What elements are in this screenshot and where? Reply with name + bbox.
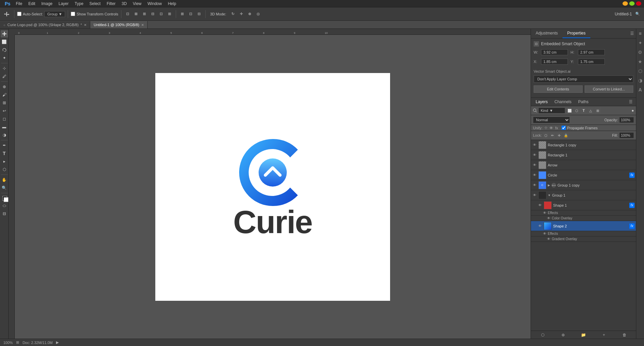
crop-tool[interactable]: ⊹: [1, 65, 8, 72]
group1-expand-icon[interactable]: ▼: [548, 194, 551, 197]
eyedropper-tool[interactable]: 🖉: [1, 73, 8, 80]
eye-coloroverlay-icon[interactable]: 👁: [547, 216, 550, 220]
close-tab-curie[interactable]: ✕: [84, 23, 87, 27]
window-close[interactable]: [636, 1, 641, 6]
layers-menu-icon[interactable]: ☰: [629, 99, 633, 104]
menu-type[interactable]: Type: [72, 1, 86, 7]
layer-vis-shape1[interactable]: 👁: [538, 203, 542, 208]
layer-item-rect1[interactable]: 👁 Rectangle 1: [531, 150, 636, 160]
panel-menu-icon[interactable]: ☰: [630, 31, 634, 36]
show-transform-checkbox[interactable]: [71, 12, 75, 16]
3d-zoom[interactable]: ⊕: [246, 11, 253, 17]
unify-style-icon[interactable]: fx: [555, 126, 558, 130]
zoom-tool[interactable]: 🔍: [1, 184, 8, 192]
filter-adjustment-icon[interactable]: ⬡: [574, 108, 580, 114]
lock-all-icon[interactable]: 🔒: [563, 133, 569, 138]
3d-pan[interactable]: ✛: [238, 11, 245, 17]
align-left[interactable]: ⊡: [124, 11, 131, 17]
tab-channels[interactable]: Channels: [551, 98, 575, 106]
menu-edit[interactable]: Edit: [25, 1, 38, 7]
align-center-h[interactable]: ⊡: [158, 11, 165, 17]
gradient-overlay-item[interactable]: 👁 Gradient Overlay: [531, 236, 636, 242]
dodge-tool[interactable]: ◑: [1, 131, 8, 139]
tab-paths[interactable]: Paths: [575, 98, 592, 106]
window-maximize[interactable]: [629, 1, 635, 6]
eye-effects2-icon[interactable]: 👁: [543, 232, 546, 235]
edit-contents-btn[interactable]: Edit Contents: [534, 85, 583, 93]
hand-tool[interactable]: ✋: [1, 176, 8, 184]
delete-layer-btn[interactable]: 🗑: [622, 332, 628, 338]
layer-vis-group1[interactable]: 👁: [532, 193, 537, 198]
menu-help[interactable]: Help: [165, 1, 179, 7]
tab-curie-logo[interactable]: ⟐ Curie Logo.psd @ 100% (SHape 2, RGB/8)…: [0, 21, 90, 28]
history-brush-tool[interactable]: ↩: [1, 107, 8, 115]
zoom-fit-icon[interactable]: ⊞: [16, 340, 19, 345]
clone-stamp-tool[interactable]: ⊞: [1, 99, 8, 107]
group1copy-expand-icon[interactable]: ▶: [548, 184, 550, 187]
layer-vis-shape2[interactable]: 👁: [538, 224, 542, 228]
close-tab-untitled[interactable]: ✕: [141, 23, 144, 27]
color-overlay-item[interactable]: 👁 Color Overlay: [531, 216, 636, 221]
menu-layer[interactable]: Layer: [56, 1, 71, 7]
menu-file[interactable]: File: [13, 1, 25, 7]
menu-view[interactable]: View: [130, 1, 144, 7]
move-tool-icon[interactable]: [1, 30, 8, 38]
lock-position-icon[interactable]: ✛: [556, 133, 562, 138]
layer-vis-circle[interactable]: 👁: [532, 173, 537, 178]
layer-item-shape1[interactable]: 👁 Shape 1 fx: [531, 200, 636, 210]
layer-item-shape2[interactable]: 👁 Shape 2 fx: [531, 221, 636, 231]
magic-wand-tool[interactable]: ✦: [1, 54, 8, 62]
width-field[interactable]: 3.92 cm: [541, 49, 568, 55]
menu-filter[interactable]: Filter: [104, 1, 118, 7]
filter-shape-icon[interactable]: △: [588, 108, 594, 114]
shape2-fx-icon[interactable]: fx: [629, 223, 635, 229]
quick-mask-tool[interactable]: ⬭: [1, 202, 8, 209]
layer-comp-select[interactable]: Don't Apply Layer Comp: [534, 75, 633, 83]
eye-gradientoverlay-icon[interactable]: 👁: [547, 237, 550, 241]
rectangle-marquee-tool[interactable]: ⬜: [1, 38, 8, 46]
fill-value[interactable]: 100%: [619, 132, 634, 138]
filter-pixel-icon[interactable]: ⬜: [567, 108, 573, 114]
lasso-tool[interactable]: [1, 46, 8, 54]
tab-layers[interactable]: Layers: [532, 98, 551, 106]
align-top[interactable]: ⊟: [149, 11, 156, 17]
layer-vis-rect1copy[interactable]: 👁: [532, 143, 537, 147]
eraser-tool[interactable]: ◻: [1, 115, 8, 123]
menu-select[interactable]: Select: [87, 1, 103, 7]
window-minimize[interactable]: [623, 1, 628, 6]
gradients-icon[interactable]: ◑: [637, 77, 644, 84]
auto-select-mode[interactable]: Group ▼: [44, 11, 65, 17]
layer-comps-btn[interactable]: ⬡: [540, 332, 546, 338]
menu-3d[interactable]: 3D: [119, 1, 129, 7]
lock-transparent-icon[interactable]: ⬡: [543, 133, 548, 138]
distribute-right[interactable]: ⊟: [196, 11, 203, 17]
layer-item-group1copy[interactable]: 👁 C ▶ ⟵ Group 1 copy: [531, 180, 636, 190]
styles-icon[interactable]: ★: [637, 58, 644, 65]
adjustments-icon[interactable]: ⚙: [637, 49, 644, 56]
text-tool[interactable]: T: [1, 150, 8, 157]
healing-brush-tool[interactable]: ⊕: [1, 83, 8, 90]
shape1-fx-icon[interactable]: fx: [629, 203, 635, 208]
layer-vis-arrow[interactable]: 👁: [532, 163, 537, 167]
y-field[interactable]: 1.75 cm: [578, 59, 605, 65]
filter-smart-icon[interactable]: ⊞: [595, 108, 601, 114]
foreground-color[interactable]: [1, 195, 8, 201]
auto-select-checkbox[interactable]: [17, 12, 21, 16]
layer-item-group1[interactable]: 👁 ▼ Group 1: [531, 190, 636, 200]
align-center-v[interactable]: ⊠: [132, 11, 140, 17]
swatches-icon[interactable]: ⬡: [637, 68, 644, 74]
channels-icon[interactable]: ✦: [637, 40, 644, 46]
distribute-center[interactable]: ⊡: [187, 11, 194, 17]
shape-tool[interactable]: ⬡: [1, 166, 8, 173]
path-selection-tool[interactable]: ▸: [1, 158, 8, 165]
add-layer-btn[interactable]: +: [601, 332, 607, 338]
add-group-btn[interactable]: 📁: [581, 332, 587, 338]
tab-adjustments[interactable]: Adjustments: [531, 29, 562, 38]
gradient-tool[interactable]: ▬: [1, 123, 8, 131]
circle-fx-icon[interactable]: fx: [629, 172, 635, 178]
blend-mode-select[interactable]: Normal: [533, 117, 570, 123]
layer-vis-group1copy[interactable]: 👁: [532, 183, 537, 188]
layer-item-rect1copy[interactable]: 👁 Rectangle 1 copy: [531, 140, 636, 150]
convert-linked-btn[interactable]: Convert to Linked...: [585, 85, 634, 93]
filter-toggle[interactable]: ●: [632, 108, 634, 113]
